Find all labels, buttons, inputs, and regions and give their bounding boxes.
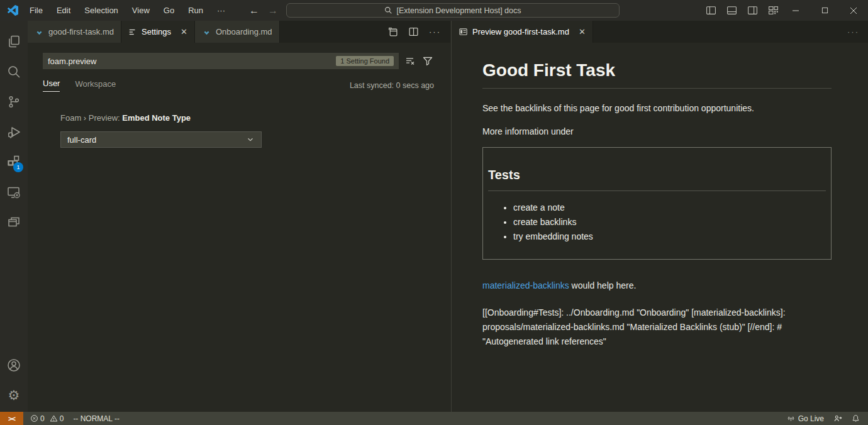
source-control-icon[interactable] <box>0 87 28 117</box>
preview-intro: See the backlinks of this page for good … <box>482 103 832 113</box>
menu-selection[interactable]: Selection <box>77 0 125 21</box>
error-icon <box>30 414 38 422</box>
run-debug-icon[interactable] <box>0 117 28 147</box>
vim-mode-indicator[interactable]: -- NORMAL -- <box>73 414 120 423</box>
scope-tab-workspace[interactable]: Workspace <box>75 79 116 92</box>
embed-note-type-select[interactable]: full-card <box>60 131 262 148</box>
open-preview-icon[interactable] <box>387 26 398 37</box>
nav-history: ← → <box>249 0 278 21</box>
toggle-panel-icon[interactable] <box>726 5 737 16</box>
markdown-file-icon <box>202 27 211 36</box>
settings-editor-icon <box>128 28 137 36</box>
settings-gear-icon[interactable]: ⚙ <box>0 380 28 411</box>
setting-name: Embed Note Type <box>122 113 191 123</box>
search-icon <box>384 6 392 14</box>
chevron-down-icon <box>246 135 255 144</box>
tab-label: good-first-task.md <box>48 27 114 36</box>
status-bar-right: Go Live <box>787 414 868 423</box>
windows-panels-icon[interactable] <box>0 207 28 238</box>
settings-editor: foam.preview 1 Setting Found User Worksp… <box>28 43 450 148</box>
back-arrow-icon[interactable]: ← <box>249 5 259 16</box>
tab-label: Preview good-first-task.md <box>472 27 569 36</box>
explorer-icon[interactable] <box>0 26 28 57</box>
tab-good-first-task[interactable]: good-first-task.md <box>28 21 121 43</box>
tab-settings[interactable]: Settings ✕ <box>121 21 195 43</box>
embedded-note-card: Tests create a note create backlinks try… <box>482 147 832 260</box>
warning-count: 0 <box>60 414 64 423</box>
setting-item-embed-note-type: Foam › Preview: Embed Note Type full-car… <box>60 113 434 148</box>
split-editor-icon[interactable] <box>408 26 419 37</box>
embedded-note-title: Tests <box>488 168 826 191</box>
extensions-badge: 1 <box>13 162 23 172</box>
toggle-sidebar-left-icon[interactable] <box>706 5 716 16</box>
forward-arrow-icon[interactable]: → <box>268 5 278 16</box>
more-actions-icon[interactable]: ··· <box>847 21 868 43</box>
warning-icon <box>50 414 58 422</box>
problems-indicator[interactable]: 0 0 <box>30 414 64 423</box>
title-bar: File Edit Selection View Go Run ··· ← → … <box>0 0 868 21</box>
tab-close-icon[interactable]: ✕ <box>579 27 586 36</box>
last-synced-label: Last synced: 0 secs ago <box>350 81 434 90</box>
minimize-button[interactable] <box>781 0 810 21</box>
live-share-icon[interactable] <box>833 414 842 423</box>
go-live-label: Go Live <box>798 414 824 423</box>
status-bar: >< 0 0 -- NORMAL -- Go Live <box>0 412 868 425</box>
list-item: try embedding notes <box>513 229 826 244</box>
backlink-suffix: would help here. <box>569 280 637 290</box>
settings-search-value: foam.preview <box>48 57 96 66</box>
tab-bar-left: good-first-task.md Settings ✕ Onboarding… <box>28 21 450 43</box>
setting-label: Foam › Preview: Embed Note Type <box>60 113 434 123</box>
markdown-file-icon <box>35 27 44 36</box>
editor-group-left: good-first-task.md Settings ✕ Onboarding… <box>28 21 450 412</box>
menu-go[interactable]: Go <box>157 0 181 21</box>
menu-run[interactable]: Run <box>181 0 210 21</box>
settings-scope-tabs: User Workspace Last synced: 0 secs ago <box>43 79 434 92</box>
clear-search-filters-icon[interactable] <box>404 55 416 67</box>
settings-search-row: foam.preview 1 Setting Found <box>43 53 434 69</box>
menu-view[interactable]: View <box>125 0 157 21</box>
filter-funnel-icon[interactable] <box>421 55 434 67</box>
tab-close-icon[interactable]: ✕ <box>181 27 187 36</box>
close-button[interactable] <box>839 0 868 21</box>
tab-label: Onboarding.md <box>216 27 272 36</box>
materialized-backlinks-link[interactable]: materialized-backlinks <box>482 280 569 290</box>
activity-bar: 1 ⚙ <box>0 21 28 412</box>
broadcast-icon <box>787 414 795 422</box>
notifications-bell-icon[interactable] <box>852 414 860 422</box>
error-count: 0 <box>40 414 45 423</box>
vscode-logo-icon <box>8 5 18 16</box>
menu-more[interactable]: ··· <box>210 0 232 21</box>
accounts-icon[interactable] <box>0 350 28 380</box>
settings-count-badge: 1 Setting Found <box>336 56 394 66</box>
setting-category: Foam › Preview: <box>60 113 122 123</box>
preview-title: Good First Task <box>482 60 832 89</box>
tab-label: Settings <box>142 27 171 36</box>
tab-onboarding[interactable]: Onboarding.md <box>195 21 280 43</box>
customize-layout-icon[interactable] <box>768 5 779 16</box>
selected-value: full-card <box>67 135 96 145</box>
window-controls <box>781 0 868 21</box>
go-live-button[interactable]: Go Live <box>787 414 824 423</box>
command-center[interactable]: [Extension Development Host] docs <box>286 3 620 18</box>
list-item: create backlinks <box>513 215 826 229</box>
backlink-paragraph: materialized-backlinks would help here. <box>482 280 832 290</box>
embedded-note-list: create a note create backlinks try embed… <box>488 201 826 244</box>
editor-group-right: Preview good-first-task.md ✕ ··· Good Fi… <box>451 21 868 412</box>
remote-indicator[interactable]: >< <box>0 412 23 425</box>
extensions-icon[interactable]: 1 <box>0 147 28 177</box>
menu-edit[interactable]: Edit <box>50 0 77 21</box>
layout-controls <box>706 0 779 21</box>
tab-preview-good-first-task[interactable]: Preview good-first-task.md ✕ <box>452 21 593 43</box>
toggle-sidebar-right-icon[interactable] <box>747 5 758 16</box>
window-title: [Extension Development Host] docs <box>396 6 521 15</box>
link-references: [[Onboarding#Tests]: ../Onboarding.md "O… <box>482 306 832 349</box>
remote-explorer-icon[interactable] <box>0 177 28 207</box>
more-actions-icon[interactable]: ··· <box>429 27 441 36</box>
scope-tab-user[interactable]: User <box>43 79 60 92</box>
tab-bar-right: Preview good-first-task.md ✕ ··· <box>452 21 868 43</box>
maximize-button[interactable] <box>810 0 839 21</box>
menu-file[interactable]: File <box>23 0 50 21</box>
markdown-preview-icon <box>459 27 468 36</box>
search-view-icon[interactable] <box>0 57 28 87</box>
settings-search-input[interactable]: foam.preview 1 Setting Found <box>43 53 399 69</box>
